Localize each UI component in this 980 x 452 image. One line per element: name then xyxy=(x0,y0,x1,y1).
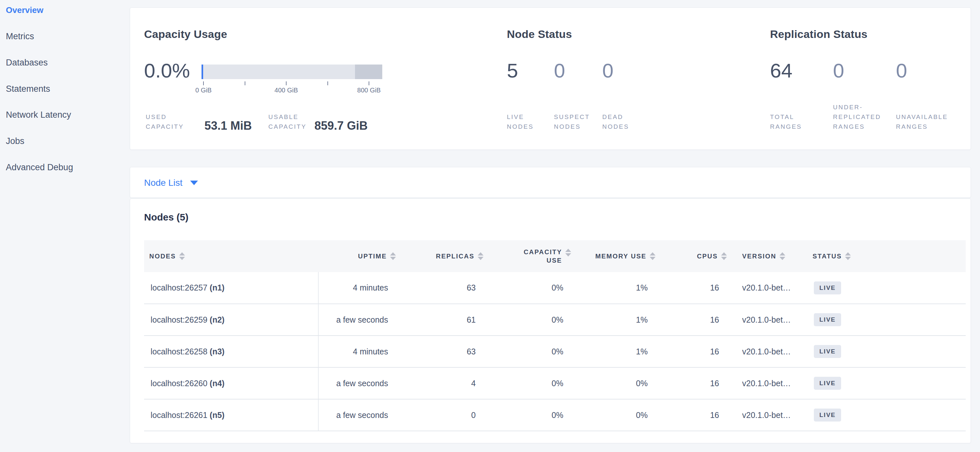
cluster-summary-panel: Capacity Usage 0.0% 0 GiB 400 GiB 800 Gi… xyxy=(130,8,971,150)
nodes-table: NODES UPTIME REPLICAS CAPACITY USE MEMOR… xyxy=(144,240,966,431)
sort-icon xyxy=(845,252,851,260)
live-nodes-label: LIVE NODES xyxy=(507,112,534,132)
under-replicated-count: 0 xyxy=(833,59,844,82)
table-row: localhost:26258 (n3) 4 minutes 63 0% 1% … xyxy=(144,336,966,367)
node-address: localhost:26259 xyxy=(151,315,207,324)
total-ranges-label: TOTAL RANGES xyxy=(770,112,802,132)
capacity-usage-title: Capacity Usage xyxy=(144,28,227,41)
column-header-capacity-use[interactable]: CAPACITY USE xyxy=(485,240,573,272)
node-address-cell[interactable]: localhost:26261 (n5) xyxy=(144,399,318,431)
capacity-gauge-used xyxy=(202,65,203,79)
uptime-cell: a few seconds xyxy=(318,399,398,431)
status-cell: LIVE xyxy=(805,399,966,431)
uptime-cell: a few seconds xyxy=(318,367,398,399)
sidebar: Overview Metrics Databases Statements Ne… xyxy=(0,0,130,452)
node-address-cell[interactable]: localhost:26258 (n3) xyxy=(144,336,318,367)
sort-icon xyxy=(780,252,785,260)
column-label: VERSION xyxy=(742,252,776,260)
node-address-cell[interactable]: localhost:26259 (n2) xyxy=(144,304,318,336)
sidebar-item-network-latency[interactable]: Network Latency xyxy=(6,110,71,120)
unavailable-label: UNAVAILABLE RANGES xyxy=(896,112,948,132)
dead-nodes-label: DEAD NODES xyxy=(602,112,629,132)
suspect-nodes-count: 0 xyxy=(554,59,565,82)
column-header-nodes[interactable]: NODES xyxy=(144,240,318,272)
cpus-cell: 16 xyxy=(657,272,729,304)
status-badge: LIVE xyxy=(814,345,841,358)
node-address-cell[interactable]: localhost:26257 (n1) xyxy=(144,272,318,304)
cpus-cell: 16 xyxy=(657,399,729,431)
sidebar-item-statements[interactable]: Statements xyxy=(6,84,50,94)
sidebar-item-advanced-debug[interactable]: Advanced Debug xyxy=(6,162,73,172)
memory-use-cell: 1% xyxy=(573,304,657,336)
node-id: (n5) xyxy=(210,411,224,420)
version-cell: v20.1.0-bet… xyxy=(729,272,805,304)
node-address-cell[interactable]: localhost:26260 (n4) xyxy=(144,367,318,399)
gauge-tick xyxy=(369,81,369,85)
column-header-memory-use[interactable]: MEMORY USE xyxy=(573,240,657,272)
sort-icon xyxy=(650,252,655,260)
column-header-uptime[interactable]: UPTIME xyxy=(318,240,398,272)
gauge-tick xyxy=(245,81,245,85)
version-cell: v20.1.0-bet… xyxy=(729,367,805,399)
uptime-cell: 4 minutes xyxy=(318,272,398,304)
gauge-tick-label-800: 800 GiB xyxy=(357,87,381,94)
nodes-table-card: Nodes (5) NODES UPTIME REPLICAS CAPACITY… xyxy=(130,198,971,443)
node-id: (n1) xyxy=(210,283,224,292)
column-header-replicas[interactable]: REPLICAS xyxy=(398,240,485,272)
gauge-tick-label-400: 400 GiB xyxy=(275,87,298,94)
used-capacity-value: 53.1 MiB xyxy=(204,119,252,133)
uptime-cell: 4 minutes xyxy=(318,336,398,367)
node-id: (n4) xyxy=(210,379,224,388)
node-status-title: Node Status xyxy=(507,28,572,41)
sidebar-item-overview[interactable]: Overview xyxy=(6,5,43,15)
node-list-dropdown[interactable]: Node List xyxy=(144,167,198,198)
dead-nodes-count: 0 xyxy=(602,59,613,82)
gauge-tick xyxy=(286,81,286,85)
replicas-cell: 63 xyxy=(398,336,485,367)
status-badge: LIVE xyxy=(814,409,841,422)
status-badge: LIVE xyxy=(814,313,841,326)
sidebar-item-jobs[interactable]: Jobs xyxy=(6,136,24,146)
sort-icon xyxy=(565,249,571,257)
table-row: localhost:26259 (n2) a few seconds 61 0%… xyxy=(144,304,966,336)
capacity-gauge: 0 GiB 400 GiB 800 GiB xyxy=(202,65,382,79)
node-list-label: Node List xyxy=(144,178,182,188)
sort-icon xyxy=(478,252,484,260)
chevron-down-icon xyxy=(190,181,198,185)
version-cell: v20.1.0-bet… xyxy=(729,399,805,431)
sidebar-item-databases[interactable]: Databases xyxy=(6,58,48,67)
gauge-tick xyxy=(328,81,328,85)
status-badge: LIVE xyxy=(814,281,841,294)
node-address: localhost:26258 xyxy=(151,347,207,356)
memory-use-cell: 1% xyxy=(573,336,657,367)
usable-capacity-value: 859.7 GiB xyxy=(315,119,368,133)
nodes-table-title: Nodes (5) xyxy=(144,212,189,223)
replicas-cell: 63 xyxy=(398,272,485,304)
table-row: localhost:26260 (n4) a few seconds 4 0% … xyxy=(144,367,966,399)
gauge-tick xyxy=(203,81,204,85)
unavailable-count: 0 xyxy=(896,59,907,82)
node-address: localhost:26261 xyxy=(151,411,207,420)
replication-status-title: Replication Status xyxy=(770,28,867,41)
column-label: UPTIME xyxy=(358,252,387,260)
live-nodes-count: 5 xyxy=(507,59,518,82)
capacity-gauge-remainder xyxy=(355,65,382,79)
column-header-version[interactable]: VERSION xyxy=(729,240,805,272)
node-list-toggle-card: Node List xyxy=(130,167,971,198)
suspect-nodes-label: SUSPECT NODES xyxy=(554,112,590,132)
table-row: localhost:26257 (n1) 4 minutes 63 0% 1% … xyxy=(144,272,966,304)
status-badge: LIVE xyxy=(814,377,841,390)
replicas-cell: 0 xyxy=(398,399,485,431)
column-label: CPUS xyxy=(697,252,718,260)
under-replicated-label: UNDER- REPLICATED RANGES xyxy=(833,103,881,132)
used-capacity-label: USED CAPACITY xyxy=(146,112,184,132)
table-row: localhost:26261 (n5) a few seconds 0 0% … xyxy=(144,399,966,431)
cpus-cell: 16 xyxy=(657,304,729,336)
column-header-status[interactable]: STATUS xyxy=(805,240,966,272)
column-header-cpus[interactable]: CPUS xyxy=(657,240,729,272)
memory-use-cell: 1% xyxy=(573,272,657,304)
status-cell: LIVE xyxy=(805,304,966,336)
capacity-use-cell: 0% xyxy=(485,399,573,431)
uptime-cell: a few seconds xyxy=(318,304,398,336)
sidebar-item-metrics[interactable]: Metrics xyxy=(6,32,34,41)
